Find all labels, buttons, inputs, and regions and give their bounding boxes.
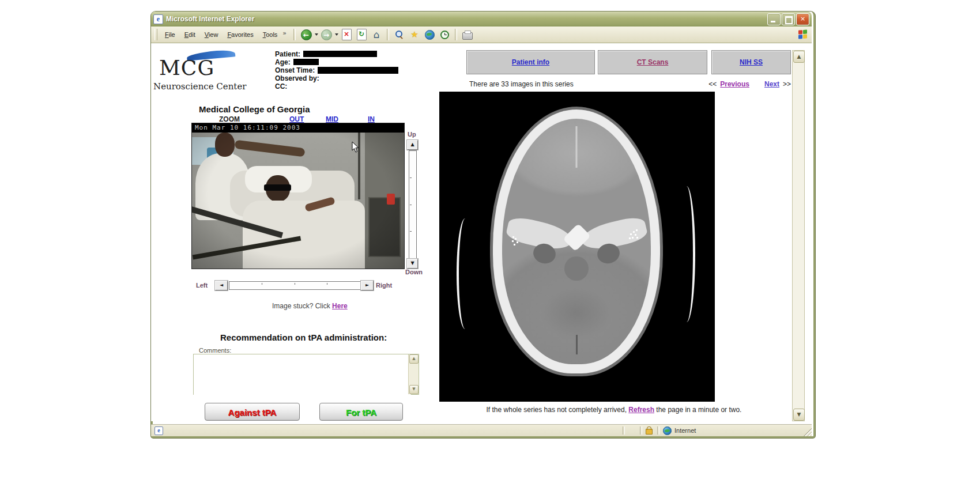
internet-zone-label: Internet (674, 427, 696, 434)
for-tpa-button[interactable]: For tPA (319, 403, 403, 421)
college-heading: Medical College of Georgia (199, 104, 310, 114)
pan-right-button[interactable]: ► (361, 281, 374, 290)
comments-textarea[interactable] (194, 354, 411, 396)
tab-ct-scans[interactable]: CT Scans (598, 50, 707, 74)
window-title: Microsoft Internet Explorer (166, 15, 767, 23)
zoom-out-link[interactable]: OUT (289, 115, 304, 123)
video-art-patient-head (266, 175, 290, 202)
favorites-button[interactable]: ★ (408, 28, 421, 41)
zoom-in-link[interactable]: IN (368, 115, 375, 123)
toolbar-overflow-chevron[interactable]: » (282, 29, 287, 37)
close-icon: × (797, 14, 809, 25)
redaction-bar (303, 51, 377, 57)
toolbar-separator (387, 29, 389, 40)
favorites-star-icon: ★ (410, 29, 418, 40)
scrollbar-up-icon[interactable]: ▲ (793, 51, 805, 63)
title-bar[interactable]: e Microsoft Internet Explorer × (151, 12, 812, 27)
against-tpa-button[interactable]: Against tPA (205, 403, 300, 421)
scroll-up-icon[interactable]: ▲ (409, 354, 419, 364)
refresh-note-before: If the whole series has not completely a… (487, 406, 627, 414)
flag-blue (798, 35, 802, 39)
video-art-red-can (387, 194, 395, 205)
next-arrows: >> (783, 80, 791, 88)
scroll-down-icon[interactable]: ▼ (409, 385, 419, 394)
video-art-caregiver-head (215, 133, 235, 157)
menu-file[interactable]: File (161, 29, 179, 40)
toolbar-separator (455, 29, 457, 40)
horizontal-pan-track[interactable] (229, 281, 361, 290)
stop-button[interactable]: × (340, 28, 353, 41)
tab-nih-ss[interactable]: NIH SS (711, 50, 791, 74)
refresh-link[interactable]: Refresh (628, 406, 654, 414)
tab-patient-info-label[interactable]: Patient info (512, 58, 549, 66)
previous-link[interactable]: Previous (720, 80, 749, 88)
print-button[interactable] (461, 28, 474, 41)
image-stuck-here-link[interactable]: Here (332, 302, 348, 310)
next-link[interactable]: Next (764, 80, 779, 88)
media-globe-icon (425, 30, 435, 40)
maximize-button[interactable] (782, 13, 795, 25)
image-stuck-line: Image stuck? Click Here (272, 302, 348, 310)
windows-flag-icon (798, 29, 808, 40)
scrollbar-down-icon[interactable]: ▼ (793, 409, 805, 421)
vertical-pan-track[interactable] (409, 150, 417, 259)
media-button[interactable] (423, 28, 436, 41)
tab-nih-ss-label[interactable]: NIH SS (740, 58, 763, 66)
ct-mastoid-speckles-right (636, 229, 638, 231)
refresh-note: If the whole series has not completely a… (432, 406, 796, 414)
forward-dropdown-icon[interactable] (335, 33, 338, 36)
video-art-monitor (368, 197, 401, 257)
history-clock-icon (440, 31, 449, 39)
menu-view[interactable]: View (201, 29, 223, 40)
search-button[interactable] (393, 28, 406, 41)
menu-tools[interactable]: Tools (259, 29, 282, 40)
status-security-pane (642, 425, 657, 436)
refresh-icon: ↻ (357, 29, 367, 40)
mouse-cursor (352, 141, 360, 153)
zoom-mid-link[interactable]: MID (326, 115, 338, 123)
comments-label: Comments: (199, 347, 231, 354)
resize-grip[interactable] (804, 428, 812, 436)
video-art-caregiver-arm (235, 140, 306, 157)
back-dropdown-icon[interactable] (315, 33, 318, 36)
cc-label: CC: (275, 82, 287, 90)
tab-ct-scans-label[interactable]: CT Scans (637, 58, 669, 66)
forward-button[interactable]: → (319, 28, 333, 41)
comments-field-wrap: ▲ ▼ (193, 354, 419, 395)
comments-scrollbar[interactable]: ▲ ▼ (408, 354, 419, 394)
pan-left-button[interactable]: ◄ (215, 281, 228, 290)
back-button[interactable]: ← (299, 28, 313, 41)
video-art-wheelchair (193, 236, 301, 260)
video-art-pillow (245, 166, 312, 192)
minimize-button[interactable] (767, 13, 781, 25)
maximize-icon (782, 14, 794, 25)
flag-green (803, 29, 807, 33)
close-button[interactable]: × (796, 13, 809, 25)
status-main-pane: e (151, 425, 623, 436)
page-scrollbar[interactable]: ▲ ▼ (792, 50, 805, 421)
ct-mastoid-speckles-left (512, 236, 514, 238)
pan-down-button[interactable]: ▼ (407, 259, 418, 269)
print-icon (462, 32, 473, 40)
patient-row: Onset Time: (275, 66, 465, 74)
recommendation-heading: Recommendation on tPA administration: (220, 333, 387, 342)
refresh-button[interactable]: ↻ (355, 28, 368, 41)
patient-label: Patient: (275, 50, 300, 58)
patient-video-feed: Mon Mar 10 16:11:09 2003 (191, 123, 405, 269)
menu-favorites[interactable]: Favorites (223, 29, 257, 40)
onset-time-label: Onset Time: (275, 66, 315, 74)
browser-window: e Microsoft Internet Explorer × File Edi… (151, 12, 815, 438)
tab-patient-info[interactable]: Patient info (466, 50, 595, 74)
history-button[interactable] (438, 28, 451, 41)
home-button[interactable]: ⌂ (370, 28, 383, 41)
stop-icon: × (342, 29, 352, 40)
mcg-logo-text: MCG (159, 56, 214, 80)
pan-up-button[interactable]: ▲ (407, 140, 418, 150)
ct-scan-image[interactable] (439, 92, 715, 402)
status-zone-pane: Internet (659, 425, 804, 436)
video-timestamp: Mon Mar 10 16:11:09 2003 (192, 123, 404, 133)
status-page-icon: e (154, 426, 163, 435)
toolbar-drag-handle[interactable] (154, 29, 157, 40)
menu-edit[interactable]: Edit (180, 29, 199, 40)
age-label: Age: (275, 58, 291, 66)
